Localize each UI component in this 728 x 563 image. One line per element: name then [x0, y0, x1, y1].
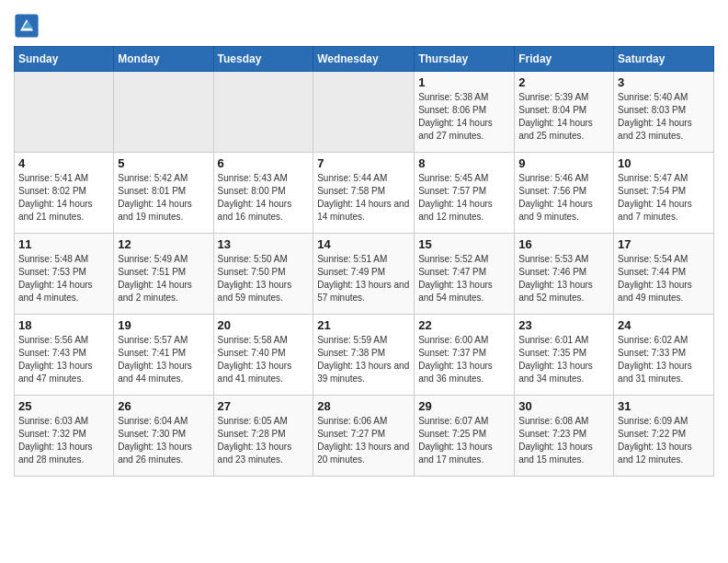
day-number: 8: [418, 156, 510, 170]
calendar-cell: 23Sunrise: 6:01 AMSunset: 7:35 PMDayligh…: [515, 315, 614, 396]
day-info: Sunrise: 5:42 AMSunset: 8:01 PMDaylight:…: [118, 172, 209, 224]
weekday-header-saturday: Saturday: [614, 47, 714, 72]
day-number: 23: [518, 318, 609, 332]
calendar-cell: 22Sunrise: 6:00 AMSunset: 7:37 PMDayligh…: [415, 315, 515, 396]
calendar-cell: 20Sunrise: 5:58 AMSunset: 7:40 PMDayligh…: [213, 315, 313, 396]
day-number: 17: [618, 237, 710, 251]
calendar-cell: 24Sunrise: 6:02 AMSunset: 7:33 PMDayligh…: [614, 315, 714, 396]
day-info: Sunrise: 5:57 AMSunset: 7:41 PMDaylight:…: [118, 334, 209, 385]
calendar-cell: 2Sunrise: 5:39 AMSunset: 8:04 PMDaylight…: [515, 72, 614, 153]
calendar-cell: 17Sunrise: 5:54 AMSunset: 7:44 PMDayligh…: [614, 234, 714, 315]
weekday-header-sunday: Sunday: [15, 47, 114, 72]
day-number: 13: [218, 237, 310, 251]
calendar-cell: 28Sunrise: 6:06 AMSunset: 7:27 PMDayligh…: [313, 396, 415, 477]
day-info: Sunrise: 5:59 AMSunset: 7:38 PMDaylight:…: [317, 334, 410, 385]
day-info: Sunrise: 6:00 AMSunset: 7:37 PMDaylight:…: [418, 334, 510, 385]
day-info: Sunrise: 5:45 AMSunset: 7:57 PMDaylight:…: [418, 172, 510, 224]
weekday-header-thursday: Thursday: [415, 47, 515, 72]
day-info: Sunrise: 5:41 AMSunset: 8:02 PMDaylight:…: [18, 172, 109, 224]
calendar-body: 1Sunrise: 5:38 AMSunset: 8:06 PMDaylight…: [15, 72, 714, 477]
day-number: 16: [518, 237, 609, 251]
day-number: 28: [317, 399, 410, 413]
calendar-cell: 26Sunrise: 6:04 AMSunset: 7:30 PMDayligh…: [114, 396, 213, 477]
day-info: Sunrise: 5:52 AMSunset: 7:47 PMDaylight:…: [418, 253, 510, 304]
calendar-cell: [15, 72, 114, 153]
weekday-header-monday: Monday: [114, 47, 213, 72]
calendar-cell: 5Sunrise: 5:42 AMSunset: 8:01 PMDaylight…: [114, 153, 213, 234]
day-number: 2: [518, 75, 609, 89]
calendar-cell: 29Sunrise: 6:07 AMSunset: 7:25 PMDayligh…: [415, 396, 515, 477]
logo: [14, 13, 41, 39]
day-number: 30: [518, 399, 609, 413]
calendar-cell: 21Sunrise: 5:59 AMSunset: 7:38 PMDayligh…: [313, 315, 415, 396]
calendar-header: SundayMondayTuesdayWednesdayThursdayFrid…: [15, 47, 714, 72]
calendar-cell: 10Sunrise: 5:47 AMSunset: 7:54 PMDayligh…: [614, 153, 714, 234]
day-info: Sunrise: 6:02 AMSunset: 7:33 PMDaylight:…: [618, 334, 710, 385]
day-number: 15: [418, 237, 510, 251]
day-number: 1: [418, 75, 510, 89]
calendar-cell: 25Sunrise: 6:03 AMSunset: 7:32 PMDayligh…: [15, 396, 114, 477]
day-number: 19: [118, 318, 209, 332]
day-info: Sunrise: 5:40 AMSunset: 8:03 PMDaylight:…: [618, 91, 710, 143]
calendar-cell: [313, 72, 415, 153]
calendar-cell: 9Sunrise: 5:46 AMSunset: 7:56 PMDaylight…: [515, 153, 614, 234]
weekday-header-friday: Friday: [515, 47, 614, 72]
header: [14, 9, 714, 39]
day-info: Sunrise: 5:38 AMSunset: 8:06 PMDaylight:…: [418, 91, 510, 143]
day-info: Sunrise: 6:07 AMSunset: 7:25 PMDaylight:…: [418, 415, 510, 466]
day-info: Sunrise: 5:48 AMSunset: 7:53 PMDaylight:…: [18, 253, 109, 304]
day-number: 24: [618, 318, 710, 332]
day-number: 22: [418, 318, 510, 332]
day-info: Sunrise: 5:56 AMSunset: 7:43 PMDaylight:…: [18, 334, 109, 385]
day-info: Sunrise: 6:06 AMSunset: 7:27 PMDaylight:…: [317, 415, 410, 466]
calendar-cell: 31Sunrise: 6:09 AMSunset: 7:22 PMDayligh…: [614, 396, 714, 477]
day-info: Sunrise: 5:54 AMSunset: 7:44 PMDaylight:…: [618, 253, 710, 304]
day-info: Sunrise: 5:47 AMSunset: 7:54 PMDaylight:…: [618, 172, 710, 224]
day-number: 4: [18, 156, 109, 170]
calendar-cell: 4Sunrise: 5:41 AMSunset: 8:02 PMDaylight…: [15, 153, 114, 234]
day-info: Sunrise: 5:58 AMSunset: 7:40 PMDaylight:…: [218, 334, 310, 385]
day-info: Sunrise: 5:46 AMSunset: 7:56 PMDaylight:…: [518, 172, 609, 224]
day-number: 25: [18, 399, 109, 413]
day-info: Sunrise: 5:39 AMSunset: 8:04 PMDaylight:…: [518, 91, 609, 143]
week-row-5: 25Sunrise: 6:03 AMSunset: 7:32 PMDayligh…: [15, 396, 714, 477]
calendar-cell: 11Sunrise: 5:48 AMSunset: 7:53 PMDayligh…: [15, 234, 114, 315]
calendar-table: SundayMondayTuesdayWednesdayThursdayFrid…: [14, 46, 714, 477]
calendar-cell: 15Sunrise: 5:52 AMSunset: 7:47 PMDayligh…: [415, 234, 515, 315]
day-info: Sunrise: 5:49 AMSunset: 7:51 PMDaylight:…: [118, 253, 209, 304]
calendar-cell: 16Sunrise: 5:53 AMSunset: 7:46 PMDayligh…: [515, 234, 614, 315]
day-number: 29: [418, 399, 510, 413]
calendar-cell: 30Sunrise: 6:08 AMSunset: 7:23 PMDayligh…: [515, 396, 614, 477]
day-info: Sunrise: 6:01 AMSunset: 7:35 PMDaylight:…: [518, 334, 609, 385]
day-number: 5: [118, 156, 209, 170]
calendar-cell: [114, 72, 213, 153]
weekday-header-wednesday: Wednesday: [313, 47, 415, 72]
calendar-cell: 7Sunrise: 5:44 AMSunset: 7:58 PMDaylight…: [313, 153, 415, 234]
calendar-cell: 1Sunrise: 5:38 AMSunset: 8:06 PMDaylight…: [415, 72, 515, 153]
day-number: 14: [317, 237, 410, 251]
day-info: Sunrise: 5:51 AMSunset: 7:49 PMDaylight:…: [317, 253, 410, 304]
day-number: 10: [618, 156, 710, 170]
calendar-cell: 13Sunrise: 5:50 AMSunset: 7:50 PMDayligh…: [213, 234, 313, 315]
week-row-1: 1Sunrise: 5:38 AMSunset: 8:06 PMDaylight…: [15, 72, 714, 153]
week-row-4: 18Sunrise: 5:56 AMSunset: 7:43 PMDayligh…: [15, 315, 714, 396]
day-info: Sunrise: 5:53 AMSunset: 7:46 PMDaylight:…: [518, 253, 609, 304]
day-number: 31: [618, 399, 710, 413]
weekday-header-tuesday: Tuesday: [213, 47, 313, 72]
day-info: Sunrise: 5:43 AMSunset: 8:00 PMDaylight:…: [218, 172, 310, 224]
day-info: Sunrise: 5:50 AMSunset: 7:50 PMDaylight:…: [218, 253, 310, 304]
week-row-3: 11Sunrise: 5:48 AMSunset: 7:53 PMDayligh…: [15, 234, 714, 315]
logo-icon: [14, 13, 40, 39]
calendar-cell: 18Sunrise: 5:56 AMSunset: 7:43 PMDayligh…: [15, 315, 114, 396]
day-number: 18: [18, 318, 109, 332]
weekday-row: SundayMondayTuesdayWednesdayThursdayFrid…: [15, 47, 714, 72]
calendar-cell: 14Sunrise: 5:51 AMSunset: 7:49 PMDayligh…: [313, 234, 415, 315]
calendar-cell: 8Sunrise: 5:45 AMSunset: 7:57 PMDaylight…: [415, 153, 515, 234]
day-info: Sunrise: 6:08 AMSunset: 7:23 PMDaylight:…: [518, 415, 609, 466]
day-number: 11: [18, 237, 109, 251]
calendar-cell: 3Sunrise: 5:40 AMSunset: 8:03 PMDaylight…: [614, 72, 714, 153]
day-number: 26: [118, 399, 209, 413]
calendar-cell: 6Sunrise: 5:43 AMSunset: 8:00 PMDaylight…: [213, 153, 313, 234]
day-info: Sunrise: 6:05 AMSunset: 7:28 PMDaylight:…: [218, 415, 310, 466]
week-row-2: 4Sunrise: 5:41 AMSunset: 8:02 PMDaylight…: [15, 153, 714, 234]
